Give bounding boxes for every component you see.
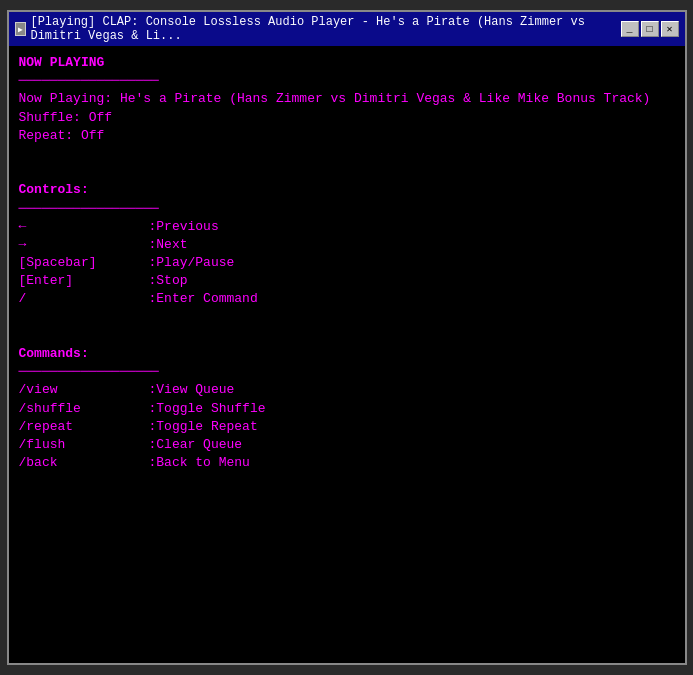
control-action: :Play/Pause [149, 255, 235, 270]
title-bar: ▶ [Playing] CLAP: Console Lossless Audio… [9, 12, 685, 46]
shuffle-line: Shuffle: Off [19, 109, 675, 127]
blank-3 [19, 309, 675, 327]
terminal-output: NOW PLAYING ────────────────── Now Playi… [9, 46, 685, 663]
divider-2: ────────────────── [19, 200, 675, 218]
blank-4 [19, 327, 675, 345]
commands-list: /view:View Queue/shuffle:Toggle Shuffle/… [19, 381, 675, 472]
blank-2 [19, 163, 675, 181]
control-key: ← [19, 218, 149, 236]
command-key: /view [19, 381, 149, 399]
control-action: :Stop [149, 273, 188, 288]
control-item: ←:Previous [19, 218, 675, 236]
title-bar-left: ▶ [Playing] CLAP: Console Lossless Audio… [15, 15, 621, 43]
blank-1 [19, 145, 675, 163]
command-item: /view:View Queue [19, 381, 675, 399]
control-key: [Spacebar] [19, 254, 149, 272]
control-action: :Enter Command [149, 291, 258, 306]
maximize-button[interactable]: □ [641, 21, 659, 37]
minimize-button[interactable]: _ [621, 21, 639, 37]
command-item: /back:Back to Menu [19, 454, 675, 472]
command-key: /flush [19, 436, 149, 454]
command-action: :Back to Menu [149, 455, 250, 470]
control-key: → [19, 236, 149, 254]
command-action: :View Queue [149, 382, 235, 397]
control-item: /:Enter Command [19, 290, 675, 308]
repeat-line: Repeat: Off [19, 127, 675, 145]
control-item: [Enter]:Stop [19, 272, 675, 290]
command-item: /shuffle:Toggle Shuffle [19, 400, 675, 418]
command-key: /shuffle [19, 400, 149, 418]
command-action: :Clear Queue [149, 437, 243, 452]
close-button[interactable]: ✕ [661, 21, 679, 37]
control-key: [Enter] [19, 272, 149, 290]
control-action: :Previous [149, 219, 219, 234]
now-playing-label: Now Playing: [19, 91, 113, 106]
window-title: [Playing] CLAP: Console Lossless Audio P… [30, 15, 620, 43]
divider-3: ────────────────── [19, 363, 675, 381]
control-action: :Next [149, 237, 188, 252]
control-item: [Spacebar]:Play/Pause [19, 254, 675, 272]
command-key: /repeat [19, 418, 149, 436]
command-item: /repeat:Toggle Repeat [19, 418, 675, 436]
command-action: :Toggle Shuffle [149, 401, 266, 416]
command-item: /flush:Clear Queue [19, 436, 675, 454]
now-playing-value: He's a Pirate (Hans Zimmer vs Dimitri Ve… [120, 91, 651, 106]
control-key: / [19, 290, 149, 308]
application-window: ▶ [Playing] CLAP: Console Lossless Audio… [7, 10, 687, 665]
now-playing-heading: NOW PLAYING [19, 54, 675, 72]
command-key: /back [19, 454, 149, 472]
divider-1: ────────────────── [19, 72, 675, 90]
app-icon: ▶ [15, 22, 27, 36]
now-playing-line: Now Playing: He's a Pirate (Hans Zimmer … [19, 90, 675, 108]
controls-list: ←:Previous→:Next[Spacebar]:Play/Pause[En… [19, 218, 675, 309]
commands-heading: Commands: [19, 345, 675, 363]
window-controls: _ □ ✕ [621, 21, 679, 37]
control-item: →:Next [19, 236, 675, 254]
command-action: :Toggle Repeat [149, 419, 258, 434]
controls-heading: Controls: [19, 181, 675, 199]
